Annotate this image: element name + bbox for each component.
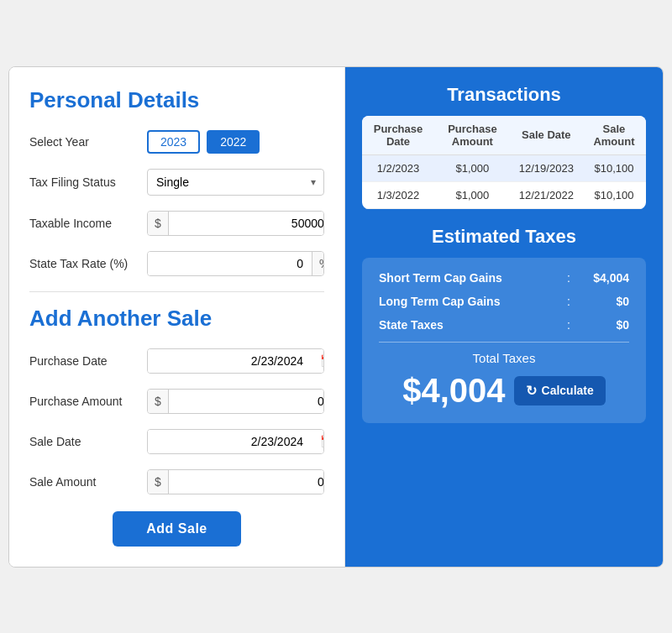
- state-tax-input-wrapper: %: [147, 251, 324, 276]
- table-row: 1/3/2022 $1,000 12/21/2022 $10,100: [362, 181, 646, 208]
- transactions-section: Transactions Purchase Date Purchase Amou…: [362, 84, 646, 209]
- taxable-income-input[interactable]: [169, 212, 324, 235]
- purchase-amount-input-wrapper: $: [147, 389, 324, 414]
- sale-date-label: Sale Date: [29, 435, 147, 448]
- section-divider: [29, 291, 324, 292]
- estimated-taxes-title: Estimated Taxes: [362, 226, 646, 248]
- tax-item-label-2: State Taxes: [379, 318, 559, 332]
- tax-item-colon-2: :: [567, 318, 570, 332]
- cell-purchase-date: 1/2/2023: [362, 154, 434, 181]
- calculate-button[interactable]: ↻ Calculate: [514, 376, 606, 405]
- cell-sale-date: 12/19/2023: [511, 154, 582, 181]
- right-panel: Transactions Purchase Date Purchase Amou…: [345, 67, 663, 567]
- estimated-divider: [379, 342, 629, 343]
- sale-date-input-wrapper: 📅: [147, 429, 324, 454]
- add-sale-button[interactable]: Add Sale: [113, 511, 240, 547]
- taxable-income-input-wrapper: $: [147, 211, 324, 236]
- tax-item-value-0: $4,004: [579, 271, 629, 285]
- select-year-label: Select Year: [29, 135, 147, 149]
- purchase-date-input[interactable]: [148, 349, 312, 373]
- col-header-sale-date: Sale Date: [511, 116, 582, 155]
- tax-item: Short Term Cap Gains : $4,004: [379, 271, 629, 285]
- taxable-income-row: Taxable Income $: [29, 211, 324, 236]
- sale-date-row: Sale Date 📅: [29, 429, 324, 454]
- total-amount-row: $4,004 ↻ Calculate: [379, 372, 629, 410]
- purchase-date-input-wrapper: 📅: [147, 348, 324, 374]
- select-year-row: Select Year 2023 2022: [29, 130, 324, 154]
- estimated-taxes-section: Estimated Taxes Short Term Cap Gains : $…: [362, 226, 646, 423]
- estimated-taxes-box: Short Term Cap Gains : $4,004 Long Term …: [362, 258, 646, 423]
- personal-details-title: Personal Details: [29, 87, 324, 113]
- state-tax-row: State Tax Rate (%) %: [29, 251, 324, 276]
- sale-amount-label: Sale Amount: [29, 475, 147, 489]
- year-2023-button[interactable]: 2023: [147, 130, 200, 154]
- cell-sale-amount: $10,100: [582, 154, 646, 181]
- tax-item-value-2: $0: [579, 318, 629, 332]
- sale-amount-input-wrapper: $: [147, 469, 324, 494]
- transactions-table: Purchase Date Purchase Amount Sale Date …: [362, 116, 646, 209]
- calendar-icon[interactable]: 📅: [312, 349, 324, 373]
- sale-amount-prefix: $: [148, 470, 169, 494]
- transactions-table-container: Purchase Date Purchase Amount Sale Date …: [362, 116, 646, 209]
- purchase-date-label: Purchase Date: [29, 354, 147, 368]
- table-row: 1/2/2023 $1,000 12/19/2023 $10,100: [362, 154, 646, 181]
- tax-item-colon-1: :: [567, 295, 570, 308]
- transactions-title: Transactions: [362, 84, 646, 106]
- tax-item: State Taxes : $0: [379, 318, 629, 332]
- sale-amount-input[interactable]: [169, 470, 324, 494]
- purchase-date-row: Purchase Date 📅: [29, 348, 324, 374]
- tax-item-colon-0: :: [567, 271, 570, 285]
- tax-filing-select-wrapper: Single Married Filing Jointly Married Fi…: [147, 169, 324, 196]
- state-tax-suffix: %: [312, 252, 324, 275]
- total-taxes-label: Total Taxes: [379, 351, 629, 365]
- purchase-amount-label: Purchase Amount: [29, 395, 147, 408]
- cell-sale-date: 12/21/2022: [511, 181, 582, 208]
- purchase-amount-row: Purchase Amount $: [29, 389, 324, 414]
- total-amount-value: $4,004: [402, 372, 505, 410]
- year-2022-button[interactable]: 2022: [207, 130, 260, 154]
- tax-item: Long Term Cap Gains : $0: [379, 295, 629, 308]
- col-header-purchase-date: Purchase Date: [362, 116, 434, 155]
- cell-purchase-date: 1/3/2022: [362, 181, 434, 208]
- sale-date-input[interactable]: [148, 430, 312, 453]
- add-sale-title: Add Another Sale: [29, 306, 324, 332]
- tax-filing-row: Tax Filing Status Single Married Filing …: [29, 169, 324, 196]
- calendar-icon-2[interactable]: 📅: [312, 430, 324, 453]
- purchase-amount-input[interactable]: [169, 390, 324, 413]
- taxable-income-label: Taxable Income: [29, 217, 147, 230]
- tax-item-label-1: Long Term Cap Gains: [379, 295, 559, 308]
- sale-amount-row: Sale Amount $: [29, 469, 324, 494]
- tax-item-label-0: Short Term Cap Gains: [379, 271, 559, 285]
- year-buttons: 2023 2022: [147, 130, 260, 154]
- col-header-purchase-amount: Purchase Amount: [434, 116, 511, 155]
- left-panel: Personal Details Select Year 2023 2022 T…: [9, 67, 345, 567]
- tax-filing-select[interactable]: Single Married Filing Jointly Married Fi…: [147, 169, 324, 196]
- purchase-amount-prefix: $: [148, 390, 169, 413]
- refresh-icon: ↻: [526, 383, 537, 399]
- taxable-income-prefix: $: [148, 212, 169, 235]
- cell-purchase-amount: $1,000: [434, 181, 511, 208]
- cell-sale-amount: $10,100: [582, 181, 646, 208]
- calculate-btn-label: Calculate: [542, 384, 594, 397]
- tax-filing-label: Tax Filing Status: [29, 175, 147, 189]
- state-tax-label: State Tax Rate (%): [29, 257, 147, 270]
- state-tax-input[interactable]: [148, 252, 312, 275]
- tax-item-value-1: $0: [579, 295, 629, 308]
- cell-purchase-amount: $1,000: [434, 154, 511, 181]
- col-header-sale-amount: Sale Amount: [582, 116, 646, 155]
